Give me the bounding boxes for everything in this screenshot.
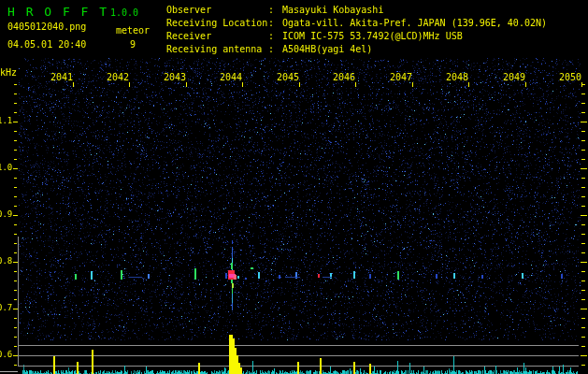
freq-major-tick-right [581, 215, 587, 216]
level-spike-cyan [495, 366, 496, 374]
freq-major-tick-right [581, 262, 587, 263]
time-tick [355, 82, 356, 87]
level-spike-yellow [53, 356, 55, 374]
freq-minor-tick-right [581, 318, 585, 319]
freq-minor-tick-left [14, 243, 17, 244]
meteor-echo-blip [353, 271, 355, 279]
freq-minor-tick-left [14, 206, 17, 207]
time-tick-label: 2045 [276, 73, 299, 82]
time-tick-label: 2048 [445, 73, 468, 82]
observer-value: Masayuki Kobayashi [274, 5, 383, 15]
time-tick-label: 2050 [558, 73, 581, 82]
main-meteor-echo [232, 294, 233, 303]
freq-major-tick-right [581, 309, 587, 309]
freq-minor-tick-left [14, 196, 17, 197]
freq-minor-tick-left [14, 112, 17, 113]
freq-minor-tick-left [14, 140, 17, 141]
freq-minor-tick-left [14, 150, 17, 151]
receiving-antenna-label: Receiving antenna [166, 44, 268, 54]
freq-tick-label: 0.9 [0, 210, 12, 219]
freq-minor-tick-right [581, 327, 585, 328]
freq-minor-tick-right [581, 112, 585, 113]
freq-major-tick-right [581, 122, 587, 122]
freq-minor-tick-left [14, 178, 17, 179]
level-spike-cyan [252, 361, 253, 374]
output-filename: 0405012040.png [7, 22, 86, 32]
main-meteor-echo [251, 267, 253, 269]
freq-minor-tick-left [14, 327, 17, 328]
time-tick [299, 82, 300, 87]
meteor-echo-blip [148, 274, 150, 279]
level-spike-cyan [146, 367, 147, 374]
time-tick [525, 82, 526, 87]
freq-minor-tick-right [581, 206, 585, 207]
freq-tick-label: 0.8 [0, 257, 12, 266]
freq-minor-tick-left [14, 271, 17, 272]
freq-minor-tick-right [581, 187, 585, 188]
freq-minor-tick-left [14, 252, 17, 253]
freq-minor-tick-right [581, 94, 585, 94]
level-spike-yellow [92, 350, 93, 374]
corner-dash [0, 371, 18, 372]
freq-minor-tick-right [581, 337, 585, 338]
freq-minor-tick-right [581, 346, 585, 347]
app-version: 1.0.0 [110, 7, 138, 18]
meteor-echo-blip [318, 274, 320, 278]
plot-left-border [18, 237, 19, 367]
freq-minor-tick-right [581, 365, 585, 366]
level-spike-yellow [77, 362, 79, 374]
freq-minor-tick-right [581, 84, 585, 85]
meteor-echo-blip [397, 271, 399, 280]
freq-minor-tick-right [581, 234, 585, 235]
time-tick [412, 82, 413, 87]
level-spike-yellow [353, 362, 355, 374]
receiving-antenna-value: A504HB(yagi 4el) [274, 44, 372, 54]
time-tick-label: 2043 [163, 73, 186, 82]
level-spike-cyan [124, 366, 125, 374]
freq-minor-tick-left [14, 280, 17, 281]
freq-minor-tick-right [581, 243, 585, 244]
freq-major-tick-left [13, 215, 18, 216]
spectrogram-plot: 2041204220432044204520462047204820492050… [0, 0, 588, 374]
main-meteor-echo [232, 240, 233, 244]
freq-minor-tick-right [581, 252, 585, 253]
freq-minor-tick-right [581, 280, 585, 281]
receiver-label: Receiver [166, 31, 268, 41]
freq-major-tick-left [13, 168, 18, 169]
echo-band-dash [129, 277, 142, 278]
meteor-count: 9 [130, 39, 136, 50]
time-tick [242, 82, 243, 87]
freq-minor-tick-left [14, 159, 17, 160]
echo-band-dash [323, 277, 332, 278]
meteor-echo-blip [279, 275, 280, 279]
level-spike-yellow [198, 363, 200, 374]
meteor-echo-blip [436, 274, 437, 279]
freq-minor-tick-right [581, 299, 585, 300]
level-spike-yellow [369, 364, 371, 374]
meteor-echo-blip [561, 274, 563, 279]
observer-label: Observer [166, 5, 268, 15]
freq-tick-label: 0.6 [0, 351, 12, 359]
echo-band-dash [285, 277, 300, 278]
time-tick-label: 2041 [50, 73, 73, 82]
time-tick-label: 2046 [332, 73, 355, 82]
main-meteor-echo [245, 278, 247, 280]
freq-minor-tick-left [14, 84, 17, 85]
level-gridline [18, 355, 579, 356]
main-meteor-echo [231, 263, 233, 269]
receiver-value: ICOM IC-575 53.7492(@LCD)MHz USB [274, 31, 463, 41]
frequency-axis-unit: kHz [0, 67, 17, 78]
level-spike-cyan [397, 361, 398, 374]
time-tick-label: 2049 [502, 73, 525, 82]
freq-minor-tick-right [581, 271, 585, 272]
time-tick-label: 2044 [219, 73, 242, 82]
hrofft-screenshot: 2041204220432044204520462047204820492050… [0, 0, 588, 374]
time-tick [73, 82, 74, 87]
level-spike-yellow [320, 358, 322, 374]
freq-tick-label: 0.7 [0, 304, 12, 312]
freq-minor-tick-right [581, 224, 585, 225]
freq-minor-tick-left [14, 346, 17, 347]
spectrogram-noise-canvas [0, 0, 588, 374]
receiving-location-row: Receiving Location:Ogata-vill. Akita-Pre… [166, 18, 547, 28]
observation-datetime: 04.05.01 20:40 [7, 39, 86, 50]
